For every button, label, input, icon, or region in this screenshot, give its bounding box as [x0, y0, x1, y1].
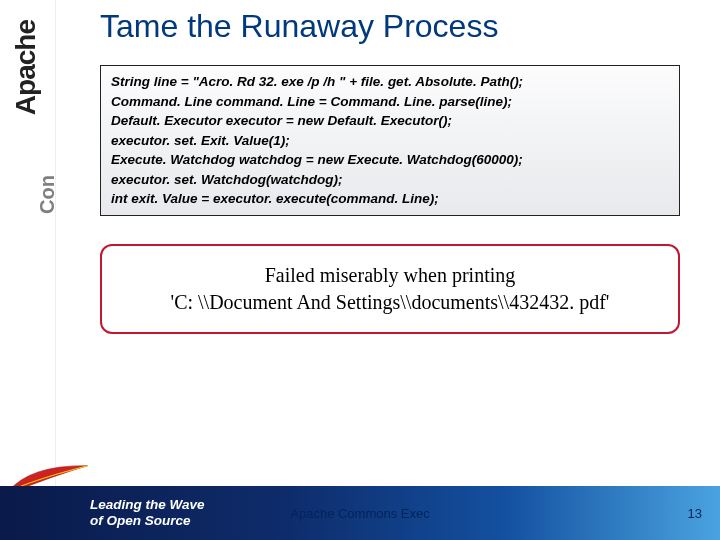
- code-line: Default. Executor executor = new Default…: [111, 111, 669, 131]
- brand-main-text: Apache: [10, 20, 42, 115]
- callout-text-line: 'C: \\Document And Settings\\documents\\…: [114, 289, 666, 316]
- slide-content: Tame the Runaway Process String line = "…: [56, 0, 720, 486]
- callout-box: Failed miserably when printing 'C: \\Doc…: [100, 244, 680, 334]
- footer-tagline: Leading the Wave of Open Source: [90, 497, 205, 529]
- code-line: Execute. Watchdog watchdog = new Execute…: [111, 150, 669, 170]
- code-line: executor. set. Exit. Value(1);: [111, 131, 669, 151]
- slide-title: Tame the Runaway Process: [100, 8, 700, 45]
- page-number: 13: [688, 506, 702, 521]
- sidebar-brand: Apache Con: [0, 0, 56, 540]
- callout-container: Failed miserably when printing 'C: \\Doc…: [100, 244, 680, 334]
- footer-bar: Leading the Wave of Open Source Apache C…: [0, 486, 720, 540]
- callout-text-line: Failed miserably when printing: [114, 262, 666, 289]
- code-line: Command. Line command. Line = Command. L…: [111, 92, 669, 112]
- code-line: int exit. Value = executor. execute(comm…: [111, 189, 669, 209]
- footer-center-label: Apache Commons Exec: [290, 506, 429, 521]
- tagline-line: Leading the Wave: [90, 497, 205, 513]
- code-line: String line = "Acro. Rd 32. exe /p /h " …: [111, 72, 669, 92]
- code-panel: String line = "Acro. Rd 32. exe /p /h " …: [100, 65, 680, 216]
- tagline-line: of Open Source: [90, 513, 205, 529]
- code-line: executor. set. Watchdog(watchdog);: [111, 170, 669, 190]
